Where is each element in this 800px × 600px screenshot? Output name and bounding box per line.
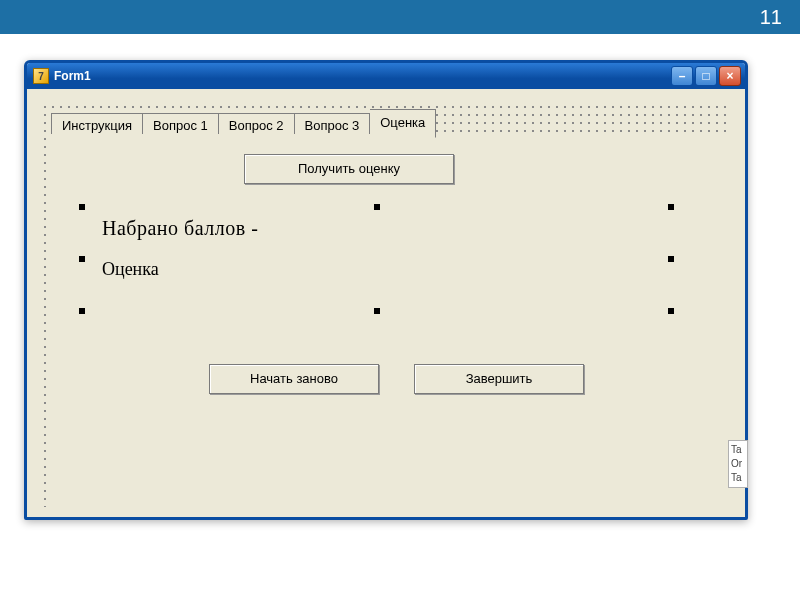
- designer-area: 7 Form1 – □ × Инструкция Вопрос 1 Вопрос…: [24, 60, 748, 528]
- selection-handle[interactable]: [79, 308, 85, 314]
- window-title: Form1: [54, 69, 671, 83]
- slide-header: 11: [0, 0, 800, 34]
- selection-handle[interactable]: [79, 256, 85, 262]
- prop-line: Ta: [731, 471, 745, 485]
- property-inspector-peek: Ta Or Ta: [728, 440, 748, 488]
- selection-handle[interactable]: [668, 308, 674, 314]
- maximize-button[interactable]: □: [695, 66, 717, 86]
- prop-line: Ta: [731, 443, 745, 457]
- form-window: 7 Form1 – □ × Инструкция Вопрос 1 Вопрос…: [24, 60, 748, 520]
- get-grade-button[interactable]: Получить оценку: [244, 154, 454, 184]
- selection-handle[interactable]: [668, 256, 674, 262]
- app-icon: 7: [33, 68, 49, 84]
- grade-label: Оценка: [102, 259, 159, 280]
- title-buttons: – □ ×: [671, 66, 741, 86]
- selection-handle[interactable]: [374, 308, 380, 314]
- selection-handle[interactable]: [668, 204, 674, 210]
- finish-button[interactable]: Завершить: [414, 364, 584, 394]
- score-panel[interactable]: Набрано баллов - Оценка: [84, 209, 669, 309]
- close-button[interactable]: ×: [719, 66, 741, 86]
- tab-page-grade: Получить оценку Набрано баллов - Оценка …: [49, 134, 729, 514]
- prop-line: Or: [731, 457, 745, 471]
- slide-number: 11: [760, 6, 782, 29]
- score-label: Набрано баллов -: [102, 217, 258, 240]
- selection-handle[interactable]: [374, 204, 380, 210]
- form-client: Инструкция Вопрос 1 Вопрос 2 Вопрос 3 Оц…: [27, 89, 745, 517]
- selection-handle[interactable]: [79, 204, 85, 210]
- minimize-button[interactable]: –: [671, 66, 693, 86]
- tab-grade[interactable]: Оценка: [370, 109, 436, 138]
- restart-button[interactable]: Начать заново: [209, 364, 379, 394]
- titlebar[interactable]: 7 Form1 – □ ×: [27, 63, 745, 89]
